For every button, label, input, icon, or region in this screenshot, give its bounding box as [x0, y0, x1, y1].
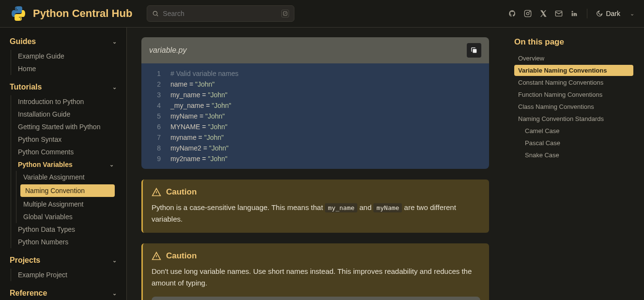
- nav-section-reference: Reference ⌄: [10, 289, 117, 298]
- nav-item[interactable]: Example Project: [11, 269, 117, 281]
- svg-rect-6: [473, 49, 476, 53]
- logo[interactable]: Python Central Hub: [10, 5, 132, 22]
- github-icon[interactable]: [508, 10, 516, 17]
- header-right: Dark ⌄: [508, 9, 634, 18]
- code-header: variable.py: [141, 37, 489, 63]
- toc-item[interactable]: Constant Naming Conventions: [514, 77, 633, 88]
- python-logo-icon: [10, 5, 27, 22]
- copy-button[interactable]: [467, 43, 481, 58]
- theme-toggle[interactable]: Dark ⌄: [596, 10, 634, 17]
- nav-item[interactable]: Global Variables: [16, 210, 117, 223]
- callout-body: Don't use long variable names. Use short…: [152, 266, 480, 289]
- nav-item[interactable]: Getting Started with Python: [11, 120, 117, 133]
- toc-item[interactable]: Class Naming Conventions: [514, 101, 633, 112]
- chevron-down-icon: ⌄: [112, 257, 117, 264]
- nav-heading-label: Guides: [10, 37, 36, 46]
- search-icon: [152, 10, 159, 17]
- search-box[interactable]: [147, 5, 294, 22]
- instagram-icon[interactable]: [524, 10, 532, 17]
- nav-item[interactable]: Installation Guide: [11, 108, 117, 120]
- caution-callout: Caution Python is a case-sensitive langu…: [141, 180, 489, 233]
- nav-heading-label: Tutorials: [10, 83, 42, 91]
- nav-heading-tutorials[interactable]: Tutorials ⌄: [10, 83, 117, 91]
- layout: Guides ⌄ Example Guide Home Tutorials ⌄ …: [0, 28, 644, 300]
- callout-text: Python is a case-sensitive language. Thi…: [152, 203, 325, 211]
- caution-callout: Caution Don't use long variable names. U…: [141, 243, 489, 300]
- nav-item-python-variables[interactable]: Python Variables ⌄: [11, 158, 117, 171]
- chevron-down-icon: ⌄: [630, 11, 634, 17]
- code-block: variable.py: [152, 297, 480, 300]
- chevron-down-icon: ⌄: [109, 162, 114, 168]
- code-header: variable.py: [152, 297, 480, 300]
- toc-item[interactable]: Naming Convention Standards: [514, 113, 633, 124]
- code-filename: variable.py: [149, 46, 186, 55]
- x-icon[interactable]: [539, 10, 547, 17]
- nav-item[interactable]: Variable Assignment: [16, 171, 117, 183]
- sidebar: Guides ⌄ Example Guide Home Tutorials ⌄ …: [0, 28, 127, 300]
- nav-item[interactable]: Python Numbers: [11, 236, 117, 248]
- warning-icon: [152, 251, 161, 261]
- warning-icon: [152, 187, 161, 197]
- toc-item[interactable]: Overview: [514, 53, 633, 64]
- nav-item[interactable]: Introduction to Python: [11, 95, 117, 108]
- table-of-contents: On this page OverviewVariable Naming Con…: [504, 28, 644, 300]
- header: Python Central Hub Dark ⌄: [0, 0, 644, 28]
- code-block: variable.py 1# Valid variable names2name…: [141, 37, 489, 169]
- code-body: 1# Valid variable names2name = "John"3my…: [141, 63, 489, 169]
- nav-heading-label: Projects: [10, 256, 40, 265]
- theme-label: Dark: [606, 10, 620, 17]
- inline-code: my_name: [325, 203, 357, 212]
- callout-body: Python is a case-sensitive language. Thi…: [152, 202, 480, 225]
- callout-title: Caution: [166, 187, 197, 197]
- nav-heading-reference[interactable]: Reference ⌄: [10, 289, 117, 298]
- divider: [587, 9, 587, 18]
- toc-item[interactable]: Variable Naming Conventions: [514, 65, 633, 76]
- main-content: variable.py 1# Valid variable names2name…: [127, 28, 504, 300]
- mail-icon[interactable]: [555, 10, 563, 17]
- nav-item[interactable]: Example Guide: [11, 50, 117, 62]
- linkedin-icon[interactable]: [570, 10, 578, 17]
- nav-section-guides: Guides ⌄ Example Guide Home: [10, 37, 117, 75]
- toc-item[interactable]: Function Naming Conventions: [514, 89, 633, 100]
- svg-point-4: [530, 11, 530, 12]
- toc-item[interactable]: Camel Case: [514, 125, 633, 136]
- chevron-down-icon: ⌄: [112, 84, 117, 90]
- moon-icon: [596, 10, 603, 17]
- nav-section-projects: Projects ⌄ Example Project: [10, 256, 117, 281]
- toc-title: On this page: [514, 37, 633, 47]
- callout-text: and: [357, 203, 373, 211]
- nav-item-label: Python Variables: [18, 161, 73, 168]
- nav-item[interactable]: Python Comments: [11, 146, 117, 158]
- nav-section-tutorials: Tutorials ⌄ Introduction to Python Insta…: [10, 83, 117, 248]
- toc-item[interactable]: Snake Case: [514, 150, 633, 161]
- nav-heading-label: Reference: [10, 289, 47, 298]
- svg-point-3: [527, 12, 529, 15]
- nav-item[interactable]: Multiple Assignment: [16, 198, 117, 210]
- search-input[interactable]: [163, 10, 277, 17]
- search-shortcut-icon: [281, 10, 289, 17]
- nav-item[interactable]: Python Syntax: [11, 133, 117, 146]
- callout-title: Caution: [166, 251, 197, 261]
- inline-code: myName: [373, 203, 402, 212]
- chevron-down-icon: ⌄: [112, 290, 117, 297]
- nav-item[interactable]: Home: [11, 62, 117, 75]
- nav-heading-guides[interactable]: Guides ⌄: [10, 37, 117, 46]
- toc-item[interactable]: Pascal Case: [514, 137, 633, 149]
- chevron-down-icon: ⌄: [112, 39, 117, 45]
- svg-point-0: [153, 11, 157, 15]
- nav-heading-projects[interactable]: Projects ⌄: [10, 256, 117, 265]
- social-icons: [508, 10, 578, 17]
- site-title: Python Central Hub: [33, 7, 132, 20]
- nav-item-active[interactable]: Naming Convention: [20, 184, 115, 197]
- nav-item[interactable]: Python Data Types: [11, 223, 117, 236]
